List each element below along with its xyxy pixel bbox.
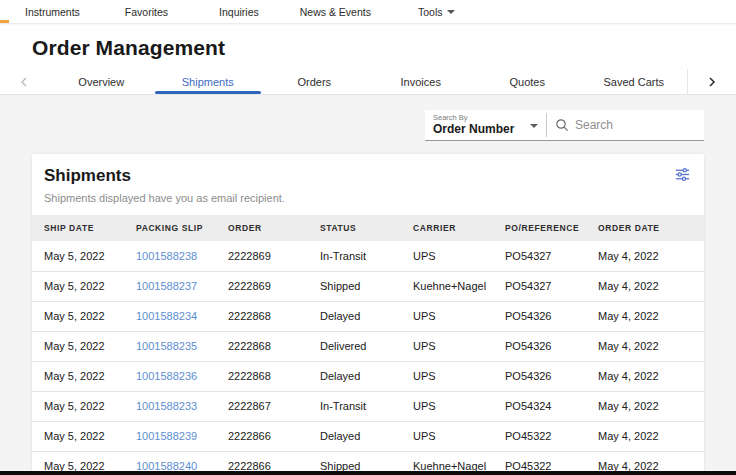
cell-ship-date: May 5, 2022	[32, 241, 136, 271]
tab-shipments[interactable]: Shipments	[155, 69, 262, 94]
cell-order: 2222867	[228, 391, 320, 421]
nav-item-instruments[interactable]: Instruments	[25, 6, 80, 18]
cell-status: Delayed	[320, 361, 413, 391]
cell-order-date: May 4, 2022	[598, 241, 704, 271]
packing-slip-link[interactable]: 1001588237	[136, 280, 197, 292]
cell-carrier: UPS	[413, 361, 505, 391]
content-area: Search By Order Number Shipments Shipmen…	[0, 95, 736, 473]
packing-slip-link[interactable]: 1001588238	[136, 250, 197, 262]
shipments-table-body: May 5, 2022 1001588238 2222869 In-Transi…	[32, 241, 704, 473]
packing-slip-link[interactable]: 1001588234	[136, 310, 197, 322]
nav-item-label: Tools	[418, 6, 443, 18]
shipments-card: Shipments Shipments displayed have you a…	[32, 154, 704, 473]
cell-carrier: UPS	[413, 421, 505, 451]
tab-invoices[interactable]: Invoices	[368, 69, 475, 94]
search-by-value: Order Number	[433, 123, 514, 137]
cell-packing-slip: 1001588238	[136, 241, 228, 271]
column-header-status: STATUS	[320, 215, 413, 241]
cell-po-reference: PO54327	[505, 271, 598, 301]
nav-item-tools[interactable]: Tools	[418, 6, 456, 18]
tab-label: Orders	[297, 76, 331, 88]
cell-po-reference: PO54326	[505, 331, 598, 361]
search-field	[547, 110, 704, 140]
nav-item-inquiries[interactable]: Inquiries	[219, 6, 259, 18]
tab-bar: Overview Shipments Orders Invoices Quote…	[0, 69, 736, 95]
cell-packing-slip: 1001588237	[136, 271, 228, 301]
cell-ship-date: May 5, 2022	[32, 391, 136, 421]
tabs: Overview Shipments Orders Invoices Quote…	[48, 69, 687, 94]
window-bottom-edge	[0, 471, 736, 475]
table-row: May 5, 2022 1001588236 2222868 Delayed U…	[32, 361, 704, 391]
filter-button[interactable]	[673, 166, 691, 184]
cell-po-reference: PO45322	[505, 421, 598, 451]
caret-down-icon	[530, 124, 538, 128]
cell-ship-date: May 5, 2022	[32, 331, 136, 361]
cell-status: Shipped	[320, 451, 413, 473]
table-row: May 5, 2022 1001588233 2222867 In-Transi…	[32, 391, 704, 421]
cell-status: Shipped	[320, 271, 413, 301]
cell-status: Delivered	[320, 331, 413, 361]
search-by-dropdown[interactable]: Search By Order Number	[425, 110, 546, 140]
title-block: Order Management	[0, 24, 736, 69]
cell-order-date: May 4, 2022	[598, 301, 704, 331]
search-icon	[555, 118, 569, 132]
page-title: Order Management	[32, 36, 736, 60]
nav-item-label: Instruments	[25, 6, 80, 18]
cell-po-reference: PO45322	[505, 451, 598, 473]
tab-quotes[interactable]: Quotes	[474, 69, 581, 94]
cell-order-date: May 4, 2022	[598, 451, 704, 473]
nav-item-label: Inquiries	[219, 6, 259, 18]
table-row: May 5, 2022 1001588235 2222868 Delivered…	[32, 331, 704, 361]
tab-orders[interactable]: Orders	[261, 69, 368, 94]
tab-saved-carts[interactable]: Saved Carts	[581, 69, 688, 94]
card-title: Shipments	[44, 166, 692, 186]
card-subtitle: Shipments displayed have you as email re…	[44, 192, 692, 204]
packing-slip-link[interactable]: 1001588239	[136, 430, 197, 442]
cell-po-reference: PO54326	[505, 361, 598, 391]
nav-item-label: News & Events	[300, 6, 371, 18]
shipments-table: SHIP DATE PACKING SLIP ORDER STATUS CARR…	[32, 215, 704, 473]
cell-po-reference: PO54326	[505, 301, 598, 331]
tab-label: Shipments	[182, 76, 234, 88]
cell-carrier: UPS	[413, 391, 505, 421]
caret-down-icon	[447, 10, 455, 14]
shipments-table-head: SHIP DATE PACKING SLIP ORDER STATUS CARR…	[32, 215, 704, 241]
cell-status: In-Transit	[320, 391, 413, 421]
table-row: May 5, 2022 1001588240 2222866 Shipped K…	[32, 451, 704, 473]
tabs-scroll-left-button[interactable]	[0, 69, 48, 94]
cell-ship-date: May 5, 2022	[32, 271, 136, 301]
tabs-scroll-right-button[interactable]	[688, 69, 736, 94]
cell-order: 2222868	[228, 361, 320, 391]
search-control: Search By Order Number	[425, 110, 704, 141]
table-row: May 5, 2022 1001588238 2222869 In-Transi…	[32, 241, 704, 271]
cell-order-date: May 4, 2022	[598, 421, 704, 451]
tab-label: Overview	[78, 76, 124, 88]
tab-overview[interactable]: Overview	[48, 69, 155, 94]
cell-order: 2222866	[228, 421, 320, 451]
cell-carrier: Kuehne+Nagel	[413, 451, 505, 473]
cell-order: 2222869	[228, 241, 320, 271]
column-header-carrier: CARRIER	[413, 215, 505, 241]
cell-ship-date: May 5, 2022	[32, 451, 136, 473]
cell-packing-slip: 1001588235	[136, 331, 228, 361]
nav-item-favorites[interactable]: Favorites	[125, 6, 168, 18]
nav-item-news-events[interactable]: News & Events	[300, 6, 371, 18]
cell-ship-date: May 5, 2022	[32, 301, 136, 331]
cell-po-reference: PO54324	[505, 391, 598, 421]
column-header-order: ORDER	[228, 215, 320, 241]
cell-ship-date: May 5, 2022	[32, 361, 136, 391]
packing-slip-link[interactable]: 1001588235	[136, 340, 197, 352]
packing-slip-link[interactable]: 1001588233	[136, 400, 197, 412]
table-row: May 5, 2022 1001588237 2222869 Shipped K…	[32, 271, 704, 301]
cell-status: Delayed	[320, 421, 413, 451]
tab-label: Saved Carts	[603, 76, 664, 88]
brand-accent-bar	[0, 20, 9, 23]
cell-order: 2222869	[228, 271, 320, 301]
cell-packing-slip: 1001588240	[136, 451, 228, 473]
cell-carrier: UPS	[413, 331, 505, 361]
cell-order: 2222866	[228, 451, 320, 473]
search-input[interactable]	[575, 118, 685, 132]
cell-carrier: UPS	[413, 241, 505, 271]
top-navbar: Instruments Favorites Inquiries News & E…	[0, 0, 736, 24]
packing-slip-link[interactable]: 1001588236	[136, 370, 197, 382]
